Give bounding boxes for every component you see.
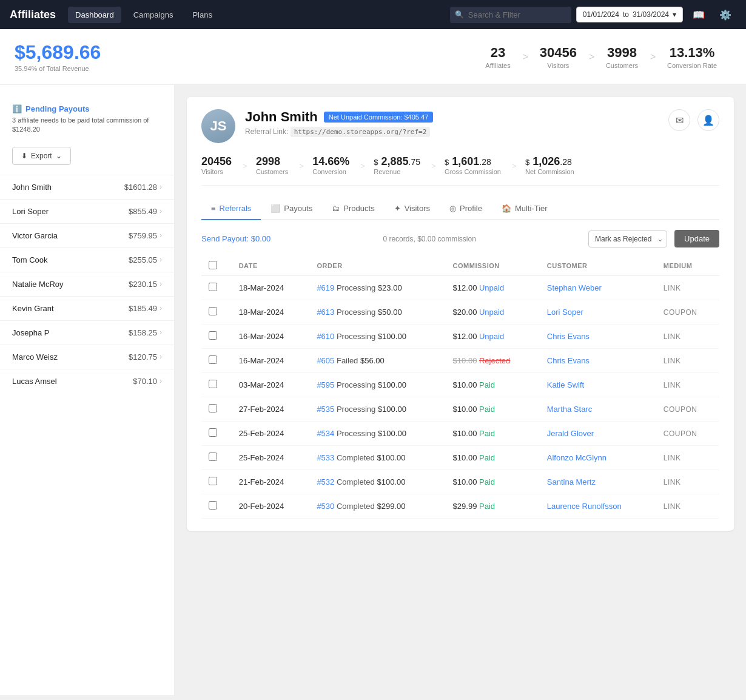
order-link[interactable]: #610 [317,332,334,341]
tab-payouts[interactable]: ⬜ Payouts [261,198,322,220]
tab-multitier[interactable]: 🏠 Multi-Tier [492,198,557,220]
row-checkbox[interactable] [209,428,217,437]
row-checkbox[interactable] [209,307,217,315]
customer-link[interactable]: Lori Soper [547,308,583,317]
row-checkbox-cell[interactable] [201,349,232,373]
list-item[interactable]: Marco Weisz $120.75 › [0,345,174,369]
order-link[interactable]: #619 [317,283,334,292]
customer-link[interactable]: Laurence Runolfsson [547,502,622,511]
row-order: #605 Failed $56.00 [309,349,445,373]
row-checkbox[interactable] [209,501,217,510]
row-checkbox-cell[interactable] [201,373,232,397]
affiliate-list: John Smith $1601.28 › Lori Soper $855.49… [0,175,174,393]
settings-icon-button[interactable]: ⚙️ [714,7,736,23]
row-commission: $10.00 Rejected [446,349,540,373]
order-link[interactable]: #530 [317,502,334,511]
list-item[interactable]: Lori Soper $855.49 › [0,199,174,223]
customer-link[interactable]: Martha Starc [547,405,592,414]
row-customer[interactable]: Katie Swift [540,373,656,397]
referral-link-value[interactable]: https://demo.storeapps.org/?ref=2 [291,127,431,137]
customer-link[interactable]: Katie Swift [547,380,584,389]
send-payout-link[interactable]: Send Payout: $0.00 [201,234,271,243]
avatar-image: JS [201,109,235,143]
row-checkbox-cell[interactable] [201,276,232,300]
row-checkbox-cell[interactable] [201,325,232,349]
order-link[interactable]: #532 [317,477,334,486]
list-item[interactable]: John Smith $1601.28 › [0,175,174,199]
row-checkbox-cell[interactable] [201,470,232,494]
nav-plans[interactable]: Plans [185,7,220,23]
tab-referrals[interactable]: ≡ Referrals [201,198,261,220]
row-customer[interactable]: Chris Evans [540,349,656,373]
list-item[interactable]: Natalie McRoy $230.15 › [0,272,174,296]
order-link[interactable]: #533 [317,453,334,462]
medium-tag: LINK [664,284,681,292]
search-input[interactable] [450,7,571,23]
row-checkbox-cell[interactable] [201,397,232,422]
affiliate-amount: $255.05 › [129,255,162,264]
tab-visitors[interactable]: ✦ Visitors [385,198,440,220]
row-customer[interactable]: Lori Soper [540,300,656,325]
customer-link[interactable]: Chris Evans [547,332,590,341]
customer-link[interactable]: Alfonzo McGlynn [547,453,607,462]
stat-affiliates-value: 23 [485,45,510,61]
nav-dashboard[interactable]: Dashboard [68,7,121,23]
row-checkbox[interactable] [209,355,217,364]
order-link[interactable]: #535 [317,405,334,414]
list-item[interactable]: Lucas Amsel $70.10 › [0,369,174,393]
customer-link[interactable]: Stephan Weber [547,283,602,292]
row-commission: $12.00 Unpaid [446,276,540,300]
row-customer[interactable]: Jerald Glover [540,422,656,446]
customer-link[interactable]: Santina Mertz [547,477,596,486]
commission-status: Paid [479,477,495,486]
row-customer[interactable]: Stephan Weber [540,276,656,300]
date-range-button[interactable]: 01/01/2024 to 31/03/2024 ▾ [576,7,683,22]
col-checkbox [201,256,232,276]
row-checkbox[interactable] [209,380,217,388]
customer-link[interactable]: Jerald Glover [547,429,594,438]
row-checkbox-cell[interactable] [201,494,232,519]
commission-status: Paid [479,453,495,462]
row-checkbox[interactable] [209,283,217,291]
tab-profile[interactable]: ◎ Profile [440,198,492,220]
order-status: Processing [337,308,375,317]
customer-link[interactable]: Chris Evans [547,356,590,365]
row-customer[interactable]: Laurence Runolfsson [540,494,656,519]
list-item[interactable]: Victor Garcia $759.95 › [0,223,174,247]
row-customer[interactable]: Santina Mertz [540,470,656,494]
nav-campaigns[interactable]: Campaigns [126,7,181,23]
list-item[interactable]: Tom Cook $255.05 › [0,247,174,272]
row-date: 16-Mar-2024 [232,325,310,349]
row-checkbox[interactable] [209,404,217,412]
export-button[interactable]: ⬇ Export ⌄ [12,147,71,165]
row-checkbox-cell[interactable] [201,446,232,470]
export-chevron-icon: ⌄ [56,152,62,160]
order-status: Processing [337,332,375,341]
update-button[interactable]: Update [674,230,719,247]
affiliate-header: JS John Smith Net Unpaid Commission: $40… [201,109,719,143]
row-checkbox-cell[interactable] [201,300,232,325]
row-checkbox-cell[interactable] [201,422,232,446]
row-checkbox[interactable] [209,331,217,340]
row-date: 18-Mar-2024 [232,276,310,300]
mark-action-select[interactable]: Mark as Rejected Mark as Paid Mark as Un… [588,231,667,247]
row-customer[interactable]: Martha Starc [540,397,656,422]
tab-products[interactable]: 🗂 Products [322,198,384,220]
list-item[interactable]: Kevin Grant $185.49 › [0,296,174,320]
order-link[interactable]: #605 [317,356,334,365]
commission-status: Paid [479,429,495,438]
affiliate-amount: $70.10 › [133,377,162,386]
row-customer[interactable]: Chris Evans [540,325,656,349]
email-icon-button[interactable]: ✉ [668,109,690,131]
book-icon-button[interactable]: 📖 [688,7,710,23]
row-checkbox[interactable] [209,453,217,461]
user-icon-button[interactable]: 👤 [697,109,719,131]
row-customer[interactable]: Alfonzo McGlynn [540,446,656,470]
row-checkbox[interactable] [209,477,217,485]
order-link[interactable]: #534 [317,429,334,438]
order-link[interactable]: #595 [317,380,334,389]
select-all-checkbox[interactable] [209,261,217,269]
order-link[interactable]: #613 [317,308,334,317]
stats-bar: $5,689.66 35.94% of Total Revenue 23 Aff… [0,29,746,85]
list-item[interactable]: Josepha P $158.25 › [0,320,174,345]
